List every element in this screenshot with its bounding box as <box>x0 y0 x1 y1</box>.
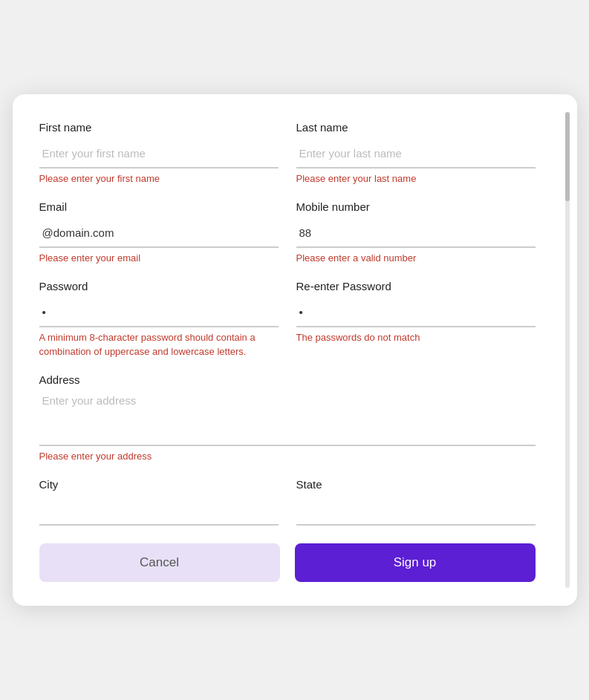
state-input[interactable] <box>296 497 536 526</box>
address-error: Please enter your address <box>39 451 152 462</box>
signup-modal: First name Please enter your first name … <box>13 94 577 606</box>
password-input[interactable] <box>39 298 279 327</box>
email-group: Email Please enter your email <box>39 200 279 265</box>
last-name-label: Last name <box>296 121 536 134</box>
password-label: Password <box>39 280 279 292</box>
city-input[interactable] <box>39 497 279 526</box>
name-row: First name Please enter your first name … <box>39 121 536 186</box>
last-name-error: Please enter your last name <box>296 172 536 186</box>
password-row: Password A minimum 8-character password … <box>39 280 536 358</box>
scrollbar-thumb[interactable] <box>565 112 570 201</box>
cancel-button[interactable]: Cancel <box>39 543 280 582</box>
scrollbar-track[interactable] <box>565 112 570 588</box>
city-state-row: City State <box>39 478 536 526</box>
mobile-error: Please enter a valid number <box>296 252 536 265</box>
city-group: City <box>39 478 279 526</box>
state-label: State <box>296 478 536 491</box>
mobile-input[interactable] <box>296 219 536 248</box>
button-row: Cancel Sign up <box>39 543 536 582</box>
mobile-group: Mobile number Please enter a valid numbe… <box>296 200 536 265</box>
state-group: State <box>296 478 536 526</box>
form-content: First name Please enter your first name … <box>39 121 550 582</box>
email-input[interactable] <box>39 219 279 248</box>
re-password-label: Re-enter Password <box>296 280 536 292</box>
first-name-label: First name <box>39 121 279 134</box>
email-mobile-row: Email Please enter your email Mobile num… <box>39 200 536 265</box>
signup-button[interactable]: Sign up <box>295 543 536 582</box>
re-password-error: The passwords do not match <box>296 331 536 344</box>
city-label: City <box>39 478 279 491</box>
first-name-group: First name Please enter your first name <box>39 121 279 186</box>
last-name-input[interactable] <box>296 140 536 169</box>
address-input[interactable] <box>39 387 536 446</box>
email-label: Email <box>39 200 279 213</box>
address-label: Address <box>39 373 80 386</box>
password-error: A minimum 8-character password should co… <box>39 331 279 358</box>
last-name-group: Last name Please enter your last name <box>296 121 536 186</box>
address-group: Address Please enter your address <box>39 373 536 463</box>
email-error: Please enter your email <box>39 252 279 265</box>
password-group: Password A minimum 8-character password … <box>39 280 279 358</box>
mobile-label: Mobile number <box>296 200 536 213</box>
first-name-error: Please enter your first name <box>39 172 279 186</box>
re-password-group: Re-enter Password The passwords do not m… <box>296 280 536 358</box>
re-password-input[interactable] <box>296 298 536 327</box>
first-name-input[interactable] <box>39 140 279 169</box>
